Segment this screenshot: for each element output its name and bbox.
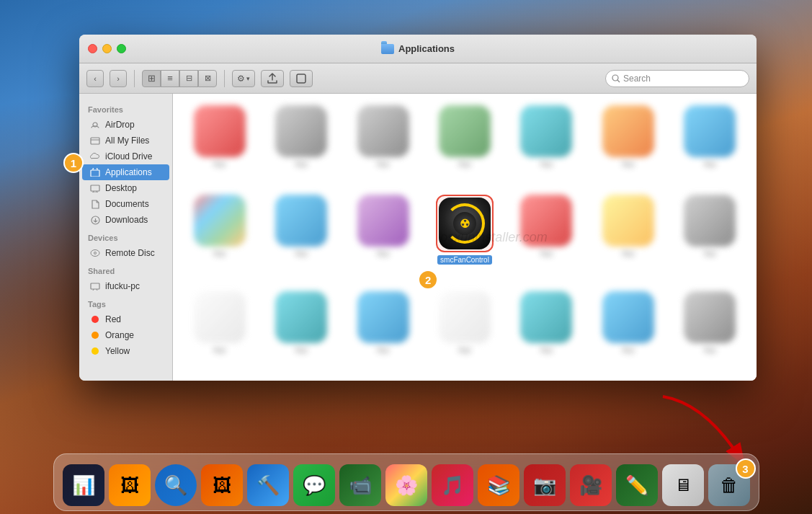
shared-pc-label: ifucku-pc xyxy=(105,281,140,291)
dock-item-books[interactable]: 📚 xyxy=(478,464,519,506)
app-item[interactable]: App xyxy=(672,288,748,372)
app-item[interactable]: App xyxy=(345,192,421,283)
list-view-button[interactable]: ≡ xyxy=(161,70,179,87)
sidebar-item-documents[interactable]: Documents xyxy=(82,196,169,212)
dock-item-messages[interactable]: 💬 xyxy=(293,464,335,506)
devices-section-title: Devices xyxy=(79,228,172,245)
app-icon xyxy=(602,195,654,247)
sidebar-item-all-my-files[interactable]: All My Files xyxy=(82,133,169,149)
dock-item-quill[interactable]: 🔍 xyxy=(155,464,197,506)
documents-label: Documents xyxy=(105,199,149,209)
dock: 📊 🖼 🔍 🖼 🔨 💬 📹 🌸 🎵 📚 📷 🎥 ✏️ xyxy=(53,453,759,511)
app-name: App xyxy=(377,160,390,168)
dock-item-photos[interactable]: 🌸 xyxy=(385,464,427,506)
app-item[interactable]: App xyxy=(182,102,257,186)
maximize-button[interactable] xyxy=(117,44,126,53)
sidebar-item-desktop[interactable]: Desktop xyxy=(82,180,169,196)
dock-item-photo-booth[interactable]: 📷 xyxy=(524,464,566,506)
sidebar-item-ifucku-pc[interactable]: ifucku-pc xyxy=(82,278,169,294)
sidebar-tag-yellow[interactable]: Yellow xyxy=(82,343,169,359)
app-icon xyxy=(520,105,572,157)
app-icon xyxy=(602,291,654,343)
dock-item-xcode[interactable]: 🔨 xyxy=(247,464,289,506)
app-item[interactable]: App xyxy=(345,102,421,186)
sidebar-item-remote-disc[interactable]: Remote Disc xyxy=(82,245,169,261)
tag-button[interactable] xyxy=(290,70,313,87)
app-name: App xyxy=(622,160,635,168)
app-name: App xyxy=(213,249,226,257)
app-name: App xyxy=(458,346,471,354)
app-item[interactable]: App xyxy=(345,288,421,372)
sidebar-tag-orange[interactable]: Orange xyxy=(82,327,169,343)
cover-view-button[interactable]: ⊠ xyxy=(198,70,217,87)
minimize-button[interactable] xyxy=(102,44,112,53)
app-item[interactable]: App xyxy=(182,288,257,372)
dock-item-photo-slideshow[interactable]: 🖼 xyxy=(109,464,151,506)
close-button[interactable] xyxy=(88,44,97,53)
app-icon xyxy=(357,195,409,247)
app-icon xyxy=(194,291,246,343)
app-icon xyxy=(357,105,409,157)
app-item[interactable]: App xyxy=(672,192,748,283)
svg-line-2 xyxy=(617,80,620,82)
app-item[interactable]: App xyxy=(509,192,584,283)
app-icon xyxy=(194,105,246,157)
sidebar-tag-red[interactable]: Red xyxy=(82,311,169,327)
app-icon xyxy=(357,291,409,343)
desktop-icon xyxy=(89,182,101,194)
finder-body: Favorites AirDrop All My Files iCloud Dr… xyxy=(79,94,757,381)
app-icon xyxy=(520,291,572,343)
divider-2 xyxy=(224,70,225,87)
app-item[interactable]: App xyxy=(263,192,339,283)
app-item[interactable]: App xyxy=(263,102,339,186)
app-item[interactable]: App xyxy=(590,192,666,283)
all-my-files-label: All My Files xyxy=(105,136,149,146)
dock-item-zoom[interactable]: 🎥 xyxy=(570,464,612,506)
icloud-drive-icon xyxy=(89,151,101,162)
action-button[interactable]: ⚙▾ xyxy=(232,70,255,87)
app-item[interactable]: App xyxy=(182,192,257,283)
dock-item-trash[interactable]: 🗑 3 xyxy=(708,464,750,506)
sidebar-item-downloads[interactable]: Downloads xyxy=(82,212,169,228)
app-item[interactable]: App xyxy=(672,102,748,186)
svg-point-18 xyxy=(92,316,99,323)
grid-view-button[interactable]: ⊞ xyxy=(142,70,161,87)
app-item[interactable]: App xyxy=(509,288,584,372)
dock-item-facetime[interactable]: 📹 xyxy=(339,464,381,506)
dock-item-music[interactable]: 🎵 xyxy=(432,464,473,506)
smc-fan-control-item[interactable]: ☢ smcFanControl 2 xyxy=(427,192,502,283)
title-bar: Applications xyxy=(79,35,757,63)
app-item[interactable]: App xyxy=(427,288,502,372)
dock-item-activity-monitor[interactable]: 📊 xyxy=(63,464,104,506)
dock-item-preview[interactable]: 🖼 xyxy=(201,464,243,506)
app-icon xyxy=(439,105,491,157)
airdrop-label: AirDrop xyxy=(105,120,135,130)
app-name: App xyxy=(703,346,716,354)
app-item[interactable]: App xyxy=(590,288,666,372)
forward-button[interactable]: › xyxy=(110,70,127,87)
sidebar-item-icloud-drive[interactable]: iCloud Drive xyxy=(82,149,169,164)
share-button[interactable] xyxy=(261,70,284,87)
dock-item-finder-screen[interactable]: 🖥 xyxy=(662,464,704,506)
app-item[interactable]: App xyxy=(509,102,584,186)
back-button[interactable]: ‹ xyxy=(86,70,104,87)
column-view-button[interactable]: ⊟ xyxy=(179,70,198,87)
view-mode-group: ⊞ ≡ ⊟ ⊠ xyxy=(142,70,217,87)
dock-item-sketchbook[interactable]: ✏️ xyxy=(616,464,658,506)
sidebar-item-airdrop[interactable]: AirDrop xyxy=(82,117,169,133)
step-2-badge: 2 xyxy=(418,270,438,290)
sidebar-item-applications[interactable]: Applications xyxy=(82,164,169,180)
search-bar[interactable]: Search xyxy=(605,70,749,87)
step-1-badge: 1 xyxy=(63,153,84,173)
app-name: App xyxy=(622,249,635,257)
app-icon xyxy=(684,195,736,247)
airdrop-icon xyxy=(89,119,101,130)
app-name: App xyxy=(295,249,308,257)
app-item[interactable]: App xyxy=(590,102,666,186)
app-icon xyxy=(275,291,327,343)
documents-icon xyxy=(89,198,101,210)
red-tag-icon xyxy=(89,314,101,325)
app-item[interactable]: App xyxy=(263,288,339,372)
remote-disc-label: Remote Disc xyxy=(105,248,155,258)
app-item[interactable]: App xyxy=(427,102,502,186)
